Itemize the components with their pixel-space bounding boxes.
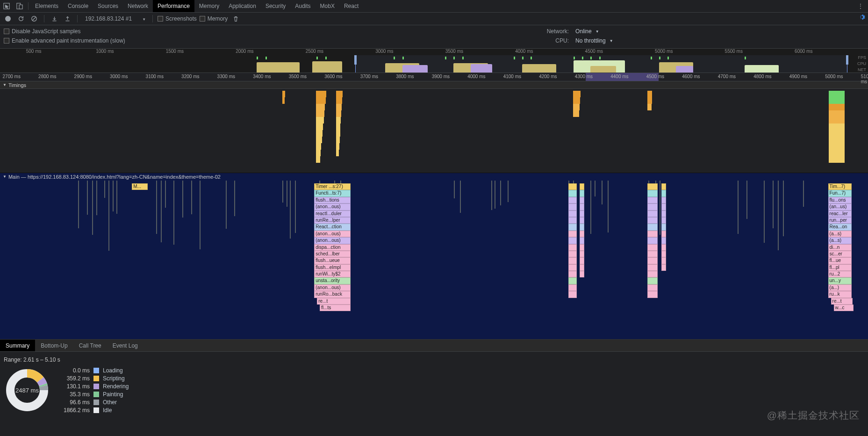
window-handle-right[interactable]: [846, 55, 848, 65]
settings-icon[interactable]: [858, 14, 865, 22]
overview-tick: 1000 ms: [96, 49, 114, 54]
tab-elements[interactable]: Elements: [30, 0, 63, 12]
tab-sources[interactable]: Sources: [93, 0, 123, 12]
ruler-tick: 4800 ms: [753, 74, 771, 79]
overview-activity: [676, 66, 693, 73]
detail-tab-summary[interactable]: Summary: [0, 340, 35, 351]
reload-button[interactable]: [16, 14, 26, 24]
dropdown-icon: ▼: [142, 17, 146, 22]
tab-network[interactable]: Network: [123, 0, 153, 12]
detail-tab-call-tree[interactable]: Call Tree: [73, 340, 107, 351]
legend-painting: 35.3 msPainting: [57, 391, 129, 398]
separator: [28, 2, 29, 10]
devtools-tabbar: ElementsConsoleSourcesNetworkPerformance…: [0, 0, 868, 13]
flame-stack[interactable]: [568, 183, 577, 298]
ruler-tick: 3100 ms: [146, 74, 164, 79]
ruler-tick: 4300 ms: [575, 74, 593, 79]
overview-tick: 3000 ms: [375, 49, 393, 54]
overview-activity: [590, 66, 616, 73]
ruler-tick: 4700 ms: [718, 74, 736, 79]
fps-label: FPS: [858, 55, 866, 60]
ruler-tick: 3200 ms: [181, 74, 199, 79]
timing-flame[interactable]: [573, 91, 581, 117]
cpu-label: CPU:: [536, 37, 569, 44]
overview-tick: 500 ms: [26, 49, 42, 54]
flame-stack[interactable]: [580, 183, 584, 277]
detail-tabs: SummaryBottom-UpCall TreeEvent Log: [0, 340, 868, 352]
ruler-tick: 3400 ms: [253, 74, 271, 79]
overview-activity: [312, 61, 342, 73]
network-select[interactable]: Online▼: [574, 28, 600, 35]
legend-loading: 0.0 msLoading: [57, 367, 129, 374]
timings-header[interactable]: ▼Timings: [0, 81, 868, 89]
network-label: Network:: [536, 28, 569, 35]
tab-console[interactable]: Console: [63, 0, 93, 12]
ruler-tick: 3700 ms: [360, 74, 378, 79]
flame-stack[interactable]: [647, 183, 658, 298]
flame-stack[interactable]: [661, 183, 666, 271]
perf-toolbar: 192.168.83.124 #1 ▼ Screenshots Memory: [0, 13, 868, 25]
recording-selector[interactable]: 192.168.83.124 #1 ▼: [82, 15, 148, 23]
ruler-tick: 3000 ms: [110, 74, 128, 79]
disable-js-samples-toggle[interactable]: Disable JavaScript samples: [4, 28, 528, 35]
flame-task[interactable]: M...: [132, 183, 148, 190]
main-thread-track[interactable]: M...Timer ...s:27)Functi...ts:7)flush...…: [0, 181, 868, 340]
save-profile-button[interactable]: [62, 14, 72, 24]
screenshots-toggle[interactable]: Screenshots: [158, 15, 197, 22]
timing-flame[interactable]: [336, 91, 343, 156]
tab-react[interactable]: React: [339, 0, 363, 12]
window-handle-left[interactable]: [354, 55, 357, 65]
ruler-tick: 4500 ms: [646, 74, 664, 79]
load-profile-button[interactable]: [49, 14, 59, 24]
memory-toggle[interactable]: Memory: [200, 15, 228, 22]
tab-application[interactable]: Application: [224, 0, 261, 12]
ruler-tick: 4100 ms: [503, 74, 521, 79]
legend-idle: 1866.2 msIdle: [57, 407, 129, 414]
timings-track[interactable]: [0, 89, 868, 173]
summary-donut: 2487 ms: [4, 367, 50, 414]
flame-stack[interactable]: Timer ...s:27)Functi...ts:7)flush...tion…: [314, 183, 351, 311]
adv-paint-toggle[interactable]: Enable advanced paint instrumentation (s…: [4, 37, 528, 44]
panel-tabs: ElementsConsoleSourcesNetworkPerformance…: [30, 0, 363, 12]
timing-flame[interactable]: [282, 91, 285, 104]
overview-tick: 2000 ms: [236, 49, 253, 54]
detail-tab-event-log[interactable]: Event Log: [107, 340, 143, 351]
tab-security[interactable]: Security: [261, 0, 290, 12]
cpu-select[interactable]: No throttling▼: [574, 37, 614, 44]
trash-button[interactable]: [230, 14, 241, 24]
record-button[interactable]: [3, 14, 13, 24]
clear-button[interactable]: [29, 14, 39, 24]
timeline-ruler[interactable]: 2700 ms2800 ms2900 ms3000 ms3100 ms3200 …: [0, 73, 868, 81]
ruler-tick: 4000 ms: [467, 74, 485, 79]
device-icon[interactable]: [13, 0, 26, 13]
detail-tab-bottom-up[interactable]: Bottom-Up: [35, 340, 73, 351]
ruler-tick: 4600 ms: [682, 74, 700, 79]
legend-other: 96.6 msOther: [57, 399, 129, 406]
perf-options: Disable JavaScript samples Enable advanc…: [0, 25, 868, 49]
ruler-tick: 2700 ms: [3, 74, 21, 79]
ruler-tick: 5100 ms: [861, 74, 868, 84]
tab-performance[interactable]: Performance: [153, 0, 194, 12]
ruler-tick: 4400 ms: [610, 74, 628, 79]
tab-memory[interactable]: Memory: [194, 0, 224, 12]
summary-panel: Range: 2.61 s – 5.10 s 2487 ms 0.0 msLoa…: [0, 352, 868, 418]
tab-audits[interactable]: Audits: [290, 0, 315, 12]
main-thread-header[interactable]: ▼Main — https://192.168.83.124:8080/inde…: [0, 173, 868, 181]
legend-rendering: 130.1 msRendering: [57, 383, 129, 390]
timing-flame[interactable]: [647, 91, 652, 110]
flame-stack[interactable]: Tim...7)Fun...7)flu...ons(an...us)reac..…: [828, 183, 852, 311]
tab-mobx[interactable]: MobX: [316, 0, 339, 12]
timing-flame[interactable]: [829, 91, 845, 163]
ruler-tick: 3600 ms: [324, 74, 342, 79]
ruler-tick: 2800 ms: [38, 74, 56, 79]
more-icon[interactable]: ⋮: [856, 3, 868, 9]
overview-tick: 1500 ms: [166, 49, 184, 54]
overview-activity: [745, 65, 779, 73]
overview-tick: 2500 ms: [306, 49, 323, 54]
timing-flame[interactable]: [316, 91, 326, 163]
overview-activity: [402, 65, 428, 73]
overview-strip[interactable]: 500 ms1000 ms1500 ms2000 ms2500 ms3000 m…: [0, 49, 868, 73]
cpu-ov-label: CPU: [857, 61, 866, 66]
inspect-icon[interactable]: [0, 0, 13, 13]
ruler-tick: 4900 ms: [789, 74, 807, 79]
